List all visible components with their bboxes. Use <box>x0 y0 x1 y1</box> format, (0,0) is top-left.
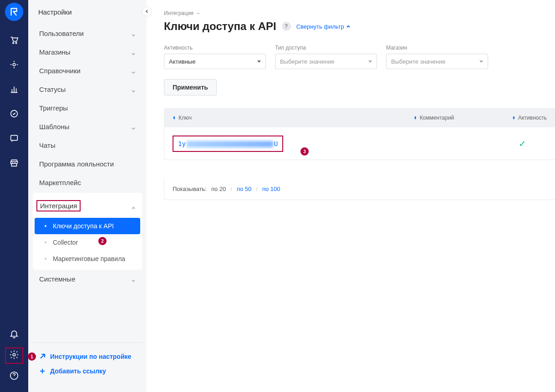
filter-access-type-select[interactable]: Выберите значение <box>275 54 377 69</box>
sidebar-item-shops[interactable]: Магазины <box>33 43 142 61</box>
api-keys-table: ▲▼Ключ ▲▼Комментарий ▲▼Активность 1yU ✓ <box>164 108 555 160</box>
pagination-label: Показывать: <box>173 186 207 192</box>
sidebar-sub-api-keys[interactable]: Ключи доступа к API <box>35 218 140 234</box>
sidebar-link-add[interactable]: Добавить ссылку <box>36 364 138 378</box>
page-size-20[interactable]: по 20 <box>211 186 226 192</box>
annotation-1: 1 <box>28 352 36 361</box>
cart-icon[interactable] <box>5 31 23 49</box>
caret-down-icon <box>257 60 261 63</box>
check-icon: ✓ <box>519 139 526 149</box>
sidebar-item-users[interactable]: Пользователи <box>33 24 142 43</box>
annotation-3: 3 <box>300 147 309 156</box>
svg-point-1 <box>15 42 17 44</box>
app-logo[interactable] <box>5 3 23 21</box>
th-comment[interactable]: ▲▼Комментарий <box>406 115 504 121</box>
page-size-50[interactable]: по 50 <box>237 186 251 192</box>
annotation-2: 2 <box>98 237 107 245</box>
sidebar-item-templates[interactable]: Шаблоны <box>33 117 142 136</box>
sidebar-group-integration: Интеграция Ключи доступа к API Collector… <box>33 193 142 270</box>
sidebar-item-triggers[interactable]: Триггеры <box>33 99 142 117</box>
caret-down-icon <box>479 60 483 63</box>
marketplace-icon[interactable] <box>5 154 23 172</box>
sidebar-sub-collector[interactable]: Collector <box>35 234 140 251</box>
analytics-icon[interactable] <box>5 80 23 98</box>
th-key[interactable]: ▲▼Ключ <box>164 115 406 121</box>
settings-icon[interactable] <box>5 346 23 364</box>
svg-point-2 <box>13 63 15 66</box>
collapse-filter-link[interactable]: Свернуть фильтр <box>296 23 351 30</box>
target-icon[interactable] <box>5 55 23 74</box>
th-active[interactable]: ▲▼Активность <box>504 115 555 121</box>
sidebar-item-system[interactable]: Системные <box>33 270 142 288</box>
breadcrumb[interactable]: Интеграция → <box>164 10 555 16</box>
sidebar-item-dictionaries[interactable]: Справочники <box>33 61 142 80</box>
chats-icon[interactable] <box>5 129 23 147</box>
sidebar-item-chats[interactable]: Чаты <box>33 136 142 155</box>
filter-activity-select[interactable]: Активные <box>164 54 266 69</box>
sidebar-title: Настройки <box>28 0 147 24</box>
help-badge[interactable]: ? <box>282 22 291 31</box>
sidebar-collapse-handle[interactable] <box>142 6 152 16</box>
help-icon[interactable] <box>5 367 23 385</box>
sidebar-item-loyalty[interactable]: Программа лояльности <box>33 155 142 173</box>
sidebar-sub-marketing-rules[interactable]: Маркетинговые правила <box>35 251 140 267</box>
chevron-up-icon <box>346 24 351 29</box>
svg-point-5 <box>13 353 15 356</box>
page-title: Ключи доступа к API <box>164 20 276 33</box>
tasks-icon[interactable] <box>5 105 23 123</box>
sidebar-item-marketplace[interactable]: Маркетплейс <box>33 173 142 192</box>
page-size-100[interactable]: по 100 <box>262 186 280 192</box>
api-key-value[interactable]: 1yU <box>178 140 278 147</box>
filter-activity-label: Активность <box>164 45 266 51</box>
sidebar-item-statuses[interactable]: Статусы <box>33 80 142 99</box>
sidebar-item-integration[interactable]: Интеграция <box>33 195 142 217</box>
apply-button[interactable]: Применить <box>164 79 217 95</box>
bell-icon[interactable] <box>5 325 23 343</box>
filter-shop-select[interactable]: Выберите значение <box>386 54 488 69</box>
icon-rail <box>0 0 28 392</box>
svg-point-0 <box>13 42 14 44</box>
settings-sidebar: Настройки Пользователи Магазины Справочн… <box>28 0 147 392</box>
filter-shop-label: Магазин <box>386 45 488 51</box>
main-content: Интеграция → Ключи доступа к API ? Сверн… <box>147 0 555 392</box>
filter-access-type-label: Тип доступа <box>275 45 377 51</box>
table-row[interactable]: 1yU ✓ <box>164 127 555 160</box>
sidebar-link-instructions[interactable]: Инструкции по настройке <box>36 349 138 364</box>
pagination-bar: Показывать: по 20 / по 50 / по 100 <box>164 178 555 200</box>
caret-down-icon <box>368 60 372 63</box>
